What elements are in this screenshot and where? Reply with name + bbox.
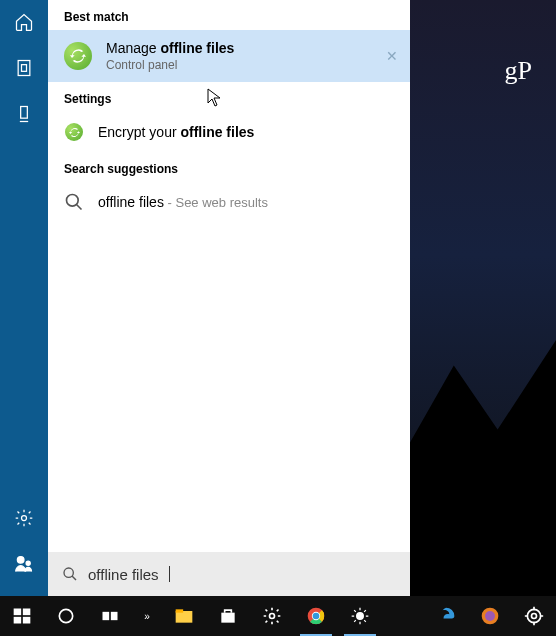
section-settings: Settings [48, 82, 410, 112]
close-icon[interactable]: ✕ [386, 48, 398, 64]
store-button[interactable] [206, 596, 250, 636]
brightness-button[interactable] [338, 596, 382, 636]
result-title: Manage offline files [106, 40, 394, 56]
svg-point-6 [67, 195, 79, 207]
firefox-button[interactable] [468, 596, 512, 636]
svg-point-4 [17, 557, 24, 564]
result-encrypt-offline-files[interactable]: Encrypt your offline files [48, 112, 410, 152]
search-input-text: offline files [88, 566, 159, 583]
search-sidebar [0, 0, 48, 596]
user-icon[interactable] [14, 554, 34, 578]
svg-rect-10 [14, 617, 22, 624]
watermark: gP [505, 56, 532, 86]
edge-button[interactable] [424, 596, 468, 636]
taskbar-overflow[interactable]: » [132, 611, 162, 622]
section-suggestions: Search suggestions [48, 152, 410, 182]
svg-point-7 [64, 568, 73, 577]
file-explorer-button[interactable] [162, 596, 206, 636]
svg-point-26 [527, 609, 540, 622]
cortana-button[interactable] [44, 596, 88, 636]
settings-gear-icon[interactable] [14, 508, 34, 532]
svg-rect-16 [176, 609, 184, 612]
svg-rect-13 [103, 612, 110, 620]
text-caret [169, 566, 170, 582]
taskview-button[interactable] [88, 596, 132, 636]
svg-rect-0 [18, 61, 30, 76]
chrome-button[interactable] [294, 596, 338, 636]
svg-point-3 [22, 516, 27, 521]
target-app-button[interactable] [512, 596, 556, 636]
sync-icon [64, 42, 92, 70]
svg-point-27 [532, 614, 537, 619]
device-icon[interactable] [14, 104, 34, 128]
svg-rect-15 [176, 611, 193, 623]
svg-rect-1 [22, 65, 27, 72]
search-icon [64, 192, 84, 212]
result-subtitle: Control panel [106, 58, 394, 72]
files-icon[interactable] [14, 58, 34, 82]
svg-point-22 [313, 613, 320, 620]
search-results-panel: Best match Manage offline files Control … [48, 0, 410, 596]
svg-rect-9 [23, 609, 31, 616]
result-title: Encrypt your offline files [98, 124, 394, 140]
result-manage-offline-files[interactable]: Manage offline files Control panel ✕ [48, 30, 410, 82]
start-button[interactable] [0, 596, 44, 636]
svg-rect-14 [111, 612, 118, 620]
svg-point-5 [26, 561, 30, 565]
section-best-match: Best match [48, 0, 410, 30]
svg-rect-11 [23, 617, 31, 624]
search-icon [62, 566, 78, 582]
svg-point-23 [357, 613, 364, 620]
svg-point-17 [270, 614, 275, 619]
home-icon[interactable] [14, 12, 34, 36]
search-box[interactable]: offline files [48, 552, 410, 596]
svg-point-25 [485, 611, 495, 621]
result-title: offline files - See web results [98, 194, 394, 210]
svg-rect-8 [14, 609, 22, 616]
sync-icon [65, 123, 83, 141]
svg-point-12 [59, 609, 72, 622]
taskbar: » [0, 596, 556, 636]
settings-button[interactable] [250, 596, 294, 636]
svg-rect-2 [21, 107, 28, 119]
result-web-offline-files[interactable]: offline files - See web results [48, 182, 410, 222]
